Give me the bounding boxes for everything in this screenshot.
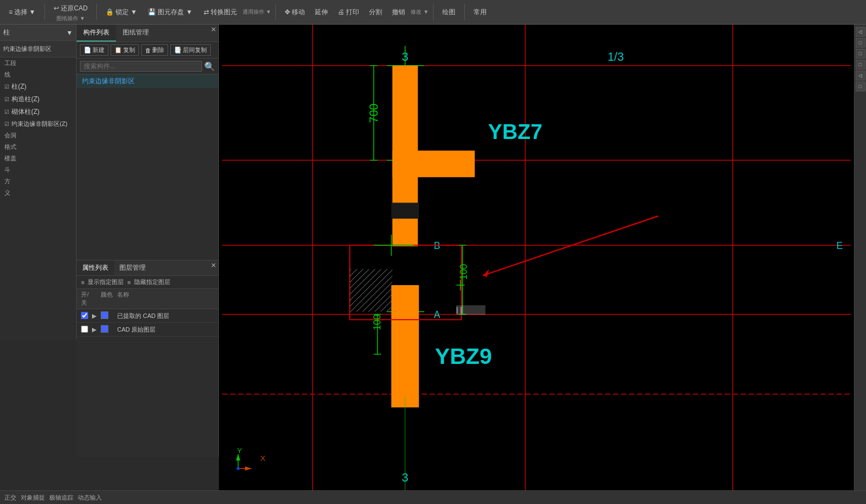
axis-label-a: A — [434, 309, 441, 320]
checkbox-icon: ☑ — [4, 121, 9, 127]
axis-label-13: 1/3 — [608, 50, 624, 63]
delete-icon: 🗑 — [145, 47, 151, 54]
svg-text:Y: Y — [237, 447, 242, 455]
floor-copy-button[interactable]: 📑 层间复制 — [170, 44, 211, 56]
search-icon: 🔍 — [204, 61, 215, 72]
sidebar-item-qiti-zhu[interactable]: ☑ 砌体柱(Z) — [0, 106, 76, 118]
status-bar: 正交 对象捕捉 极轴追踪 动态输入 — [0, 490, 866, 504]
layer-checkbox-extracted[interactable] — [81, 312, 88, 319]
component-panel-tabs: 构件列表 图纸管理 — [77, 25, 218, 42]
convert-element-button[interactable]: ⇄ 转换图元 — [199, 6, 241, 19]
canvas-area[interactable]: 3 1/3 C B A E 3 — [219, 25, 854, 490]
select-by-attr-button[interactable]: ≡ 选择 ▼ — [4, 6, 40, 19]
sidebar-section-donong: 会洞 — [0, 130, 76, 141]
sidebar-section-geshi: 格式 — [0, 141, 76, 153]
status-snap[interactable]: 对象捕捉 — [21, 494, 45, 502]
dim-100-right: 100 — [458, 264, 469, 280]
edge-btn-3[interactable]: □ — [856, 49, 865, 59]
restore-icon: ↩ — [54, 4, 59, 12]
print-icon: 🖨 — [338, 8, 344, 16]
separator-3 — [275, 4, 276, 20]
sidebar-item-gouzao-zhu[interactable]: ☑ 构造柱(Z) — [0, 93, 76, 106]
svg-rect-16 — [392, 150, 475, 177]
split-button[interactable]: 分割 — [365, 6, 386, 19]
status-dynamic[interactable]: 动态输入 — [78, 494, 102, 502]
move-button[interactable]: ✥ 移动 — [280, 6, 309, 19]
edge-btn-2[interactable]: □ — [856, 38, 865, 48]
label-ybz7: YBZ7 — [488, 120, 542, 143]
sidebar-section-dou: 斗 — [0, 164, 76, 176]
toolbar-group-lock: 🔒 锁定 ▼ — [101, 6, 141, 19]
delete-component-button[interactable]: 🗑 删除 — [141, 44, 168, 56]
main-toolbar: ≡ 选择 ▼ ↩ 还原CAD 图纸操作 ▼ 🔒 锁定 ▼ 💾 图元存盘 ▼ ⇄ … — [0, 0, 866, 25]
sidebar-section-fang: 方 — [0, 176, 76, 187]
svg-point-45 — [236, 467, 240, 470]
sidebar-section-loukai: 楼盖 — [0, 153, 76, 164]
toolbar-group-save: 💾 图元存盘 ▼ — [143, 6, 197, 19]
layer-row-extracted[interactable]: ▶ 已提取的 CAD 图层 — [77, 309, 218, 323]
component-panel-toolbar: 📄 新建 📋 复制 🗑 删除 📑 层间复制 — [77, 42, 218, 59]
checkbox-icon: ☑ — [4, 84, 9, 90]
copy-icon: 📋 — [114, 47, 122, 54]
toolbar-group-select: ≡ 选择 ▼ — [4, 6, 40, 19]
print-button[interactable]: 🖨 打印 — [333, 6, 363, 19]
undo-button[interactable]: 撤销 — [388, 6, 409, 19]
expand-icon: ▶ — [92, 326, 96, 333]
edge-btn-6[interactable]: □ — [856, 82, 865, 91]
checkbox-icon: ☑ — [4, 109, 9, 115]
new-icon: 📄 — [84, 47, 91, 54]
cad-canvas: 3 1/3 C B A E 3 — [219, 25, 854, 490]
sidebar-item-zhu[interactable]: ☑ 柱(Z) — [0, 80, 76, 93]
svg-text:X: X — [261, 454, 265, 462]
layer-color-swatch — [101, 325, 108, 333]
show-layer-icon: ≡ — [81, 279, 84, 286]
edge-btn-4[interactable]: □ — [856, 60, 865, 69]
separator-2 — [96, 4, 97, 20]
draw-button[interactable]: 绘图 — [438, 6, 460, 19]
toolbar-group-move: ✥ 移动 延伸 🖨 打印 分割 撤销 修改 ▼ — [280, 6, 429, 19]
component-list-item[interactable]: 约束边缘非阴影区 — [77, 74, 218, 88]
edge-btn-1[interactable]: ◁ — [856, 27, 865, 37]
axis-label-e: E — [836, 240, 843, 251]
edge-btn-5[interactable]: ◁ — [856, 71, 865, 80]
tab-attributes[interactable]: 属性列表 — [77, 260, 114, 275]
status-polar[interactable]: 极轴追踪 — [49, 494, 73, 502]
svg-rect-18 — [391, 285, 419, 407]
lock-icon: 🔒 — [106, 8, 114, 16]
toolbar-group-convert: ⇄ 转换图元 通用操作 ▼ — [199, 6, 272, 19]
sidebar-item-yueshu-bian[interactable]: ☑ 约束边缘非阴影区(Z) — [0, 118, 76, 130]
extend-button[interactable]: 延伸 — [310, 6, 332, 19]
left-type-dropdown[interactable]: 柱 ▼ — [0, 25, 77, 41]
select-icon: ≡ — [9, 8, 13, 16]
sidebar-section-gongduan: 工段 — [0, 57, 76, 69]
svg-rect-36 — [456, 305, 485, 315]
toolbar-group-cad: ↩ 还原CAD 图纸操作 ▼ — [49, 2, 92, 22]
close-props-button[interactable]: ✕ — [211, 262, 216, 269]
separator-4 — [433, 4, 434, 20]
layer-table-header: 开/关 颜色 名称 — [77, 289, 218, 309]
separator-1 — [44, 4, 45, 20]
layer-row-original[interactable]: ▶ CAD 原始图层 — [77, 323, 218, 337]
component-search-box: 🔍 — [77, 59, 218, 74]
show-layer-label[interactable]: 显示指定图层 — [88, 278, 124, 286]
close-panel-button[interactable]: ✕ — [211, 26, 216, 33]
hide-layer-icon: ≡ — [127, 279, 130, 286]
hide-layer-label[interactable]: 隐藏指定图层 — [134, 278, 170, 286]
restore-cad-button[interactable]: ↩ 还原CAD — [49, 2, 92, 15]
tab-layer-management[interactable]: 图层管理 — [114, 260, 151, 275]
component-search-input[interactable] — [80, 61, 202, 72]
move-icon: ✥ — [285, 8, 290, 16]
disk-icon: 💾 — [148, 8, 156, 16]
common-button[interactable]: 常用 — [469, 6, 491, 19]
lock-button[interactable]: 🔒 锁定 ▼ — [101, 6, 141, 19]
save-disk-button[interactable]: 💾 图元存盘 ▼ — [143, 6, 197, 19]
copy-component-button[interactable]: 📋 复制 — [111, 44, 139, 56]
new-component-button[interactable]: 📄 新建 — [80, 44, 108, 56]
right-edge-toolbar: ◁ □ □ □ ◁ □ — [854, 25, 866, 490]
tab-drawing-management[interactable]: 图纸管理 — [116, 25, 155, 42]
tab-component-list[interactable]: 构件列表 — [77, 25, 116, 42]
checkbox-icon: ☑ — [4, 96, 9, 102]
layer-checkbox-original[interactable] — [81, 326, 88, 333]
status-ortho[interactable]: 正交 — [4, 494, 16, 502]
convert-icon: ⇄ — [204, 8, 209, 16]
